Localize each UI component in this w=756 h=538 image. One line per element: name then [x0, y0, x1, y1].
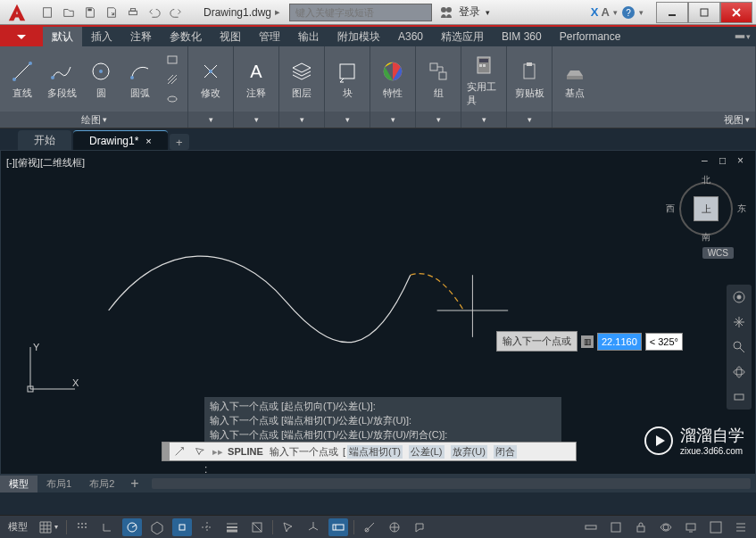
tab-addins[interactable]: 附加模块: [328, 27, 389, 46]
ellipse-icon[interactable]: [162, 90, 182, 108]
status-customize-icon[interactable]: [731, 518, 751, 536]
tab-performance[interactable]: Performance: [551, 27, 630, 46]
status-workspace-icon[interactable]: [385, 518, 404, 536]
status-osnap-icon[interactable]: [172, 518, 192, 536]
app-menu-button[interactable]: [0, 27, 43, 46]
modify-button[interactable]: 修改: [194, 58, 228, 100]
status-model-button[interactable]: 模型: [5, 518, 30, 535]
exchange-icon[interactable]: X A: [591, 5, 610, 19]
base-button[interactable]: 基点: [558, 58, 592, 100]
status-cleanscreen-icon[interactable]: [706, 518, 726, 536]
search-input[interactable]: [289, 4, 432, 21]
status-dyninput-icon[interactable]: [328, 518, 348, 536]
nav-showmotion-icon[interactable]: [730, 388, 748, 406]
qat-new-icon[interactable]: [37, 3, 57, 22]
tab-view[interactable]: 视图: [211, 27, 250, 46]
filetab-add-button[interactable]: +: [170, 134, 189, 150]
text-button[interactable]: A注释: [239, 58, 273, 100]
status-isodraft-icon[interactable]: [147, 518, 167, 536]
filetab-start[interactable]: 开始: [18, 130, 71, 150]
command-line[interactable]: ▸▸ SPLINE 输入下一个点或 [ 端点相切(T) 公差(L) 放弃(U) …: [162, 442, 577, 461]
circle-button[interactable]: 圆: [84, 58, 118, 100]
filetab-close-icon[interactable]: ×: [145, 136, 151, 146]
tab-output[interactable]: 输出: [289, 27, 328, 46]
viewcube-south[interactable]: 南: [702, 231, 710, 244]
status-annoscale-icon[interactable]: [360, 518, 379, 536]
tab-default[interactable]: 默认: [43, 27, 82, 46]
hatch-icon[interactable]: [162, 70, 182, 88]
tab-bim360[interactable]: BIM 360: [493, 27, 551, 46]
arc-button[interactable]: 圆弧: [123, 58, 157, 100]
line-button[interactable]: 直线: [5, 58, 39, 100]
status-annotation-icon[interactable]: [410, 518, 429, 536]
status-gizmo-icon[interactable]: [303, 518, 323, 536]
login-area[interactable]: 登录 ▾: [439, 4, 490, 20]
status-polar-icon[interactable]: [122, 518, 142, 536]
cmdline-recent-icon[interactable]: [189, 442, 209, 461]
block-button[interactable]: 块: [330, 58, 364, 100]
status-quickprops-icon[interactable]: [606, 518, 626, 536]
vp-close-icon[interactable]: ×: [737, 154, 750, 167]
rectangle-icon[interactable]: [162, 51, 182, 69]
cmdline-drag-handle[interactable]: [162, 443, 170, 460]
layout-tab-add[interactable]: +: [123, 474, 145, 493]
vp-minimize-icon[interactable]: –: [702, 154, 714, 167]
properties-button[interactable]: 特性: [376, 58, 410, 100]
qat-redo-icon[interactable]: [166, 3, 186, 22]
utilities-button[interactable]: 实用工具: [467, 52, 501, 107]
qat-saveas-icon[interactable]: [102, 3, 121, 22]
viewcube[interactable]: 上 北 南 东 西: [675, 178, 737, 240]
tab-insert[interactable]: 插入: [82, 27, 121, 46]
group-button[interactable]: 组: [421, 58, 455, 100]
tab-annotate[interactable]: 注释: [121, 27, 161, 46]
tab-manage[interactable]: 管理: [250, 27, 289, 46]
viewport-label[interactable]: [-][俯视][二维线框]: [6, 156, 85, 170]
layout-tab-model[interactable]: 模型: [0, 476, 37, 492]
nav-pan-icon[interactable]: [730, 313, 748, 331]
dyninput-distance[interactable]: 22.1160: [597, 333, 642, 351]
help-icon[interactable]: ?: [621, 5, 636, 20]
status-units-icon[interactable]: [581, 518, 601, 536]
status-snap-icon[interactable]: [72, 518, 92, 536]
vp-maximize-icon[interactable]: □: [719, 154, 732, 167]
dyninput-angle[interactable]: < 325°: [645, 333, 683, 351]
status-selection-icon[interactable]: [278, 518, 298, 536]
clipboard-button[interactable]: 剪贴板: [512, 58, 546, 100]
status-hardware-icon[interactable]: [681, 518, 701, 536]
status-grid-icon[interactable]: ▾: [36, 518, 61, 536]
status-lock-icon[interactable]: [631, 518, 651, 536]
tab-parametric[interactable]: 参数化: [161, 27, 211, 46]
nav-zoom-icon[interactable]: [730, 338, 748, 356]
wcs-badge[interactable]: WCS: [702, 247, 734, 259]
nav-wheel-icon[interactable]: [730, 288, 748, 306]
tab-a360[interactable]: A360: [389, 27, 432, 46]
dyninput-dropdown-icon[interactable]: ▥: [581, 335, 594, 348]
layout-tab-layout1[interactable]: 布局1: [37, 476, 80, 492]
viewcube-north[interactable]: 北: [702, 174, 710, 186]
polyline-button[interactable]: 多段线: [45, 58, 79, 100]
cmdline-customize-icon[interactable]: [170, 442, 189, 461]
status-ortho-icon[interactable]: [97, 518, 117, 536]
close-button[interactable]: [720, 2, 752, 23]
minimize-button[interactable]: [656, 2, 688, 23]
status-transparency-icon[interactable]: [247, 518, 267, 536]
status-isolate-icon[interactable]: [656, 518, 676, 536]
horizontal-scrollbar[interactable]: [152, 478, 751, 489]
qat-print-icon[interactable]: [123, 3, 143, 22]
maximize-button[interactable]: [688, 2, 720, 23]
viewcube-east[interactable]: 东: [737, 203, 746, 215]
viewcube-west[interactable]: 西: [666, 203, 675, 215]
nav-orbit-icon[interactable]: [730, 363, 748, 381]
layout-tab-layout2[interactable]: 布局2: [80, 476, 123, 492]
drawing-area[interactable]: [-][俯视][二维线框] – □ × 上 北 南 东 西 WCS 输入下一个点…: [0, 150, 756, 475]
qat-save-icon[interactable]: [80, 3, 100, 22]
app-logo-icon[interactable]: [4, 2, 30, 23]
cmdline-text[interactable]: ▸▸ SPLINE 输入下一个点或 [ 端点相切(T) 公差(L) 放弃(U) …: [209, 445, 520, 459]
tab-featured[interactable]: 精选应用: [432, 27, 493, 46]
qat-open-icon[interactable]: [59, 3, 79, 22]
ribbon-minimize-icon[interactable]: ▾: [734, 27, 756, 46]
filetab-drawing1[interactable]: Drawing1*×: [73, 130, 168, 150]
status-lineweight-icon[interactable]: [222, 518, 242, 536]
status-otrack-icon[interactable]: [197, 518, 217, 536]
qat-undo-icon[interactable]: [145, 3, 164, 22]
